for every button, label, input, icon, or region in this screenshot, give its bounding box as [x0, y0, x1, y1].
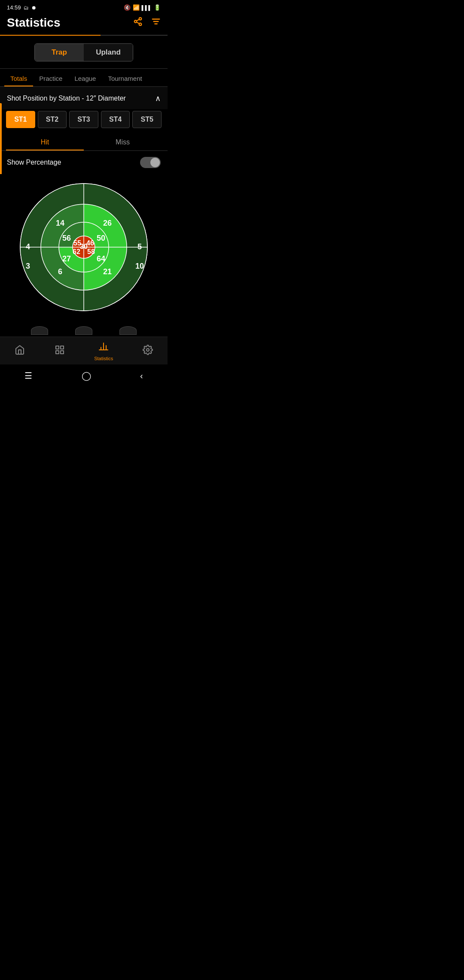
battery-icon: 🔋: [154, 4, 161, 11]
svg-rect-40: [56, 351, 59, 354]
station-tab-st3[interactable]: ST3: [69, 111, 98, 128]
nav-settings[interactable]: [143, 345, 153, 358]
target-diagram-section: 14 26 4 5 56 50 55 46 30 62 58 27 64 3 1…: [0, 174, 168, 323]
toggle-knob: [150, 158, 160, 167]
scroll-hint-item: [75, 326, 92, 335]
settings-icon: [143, 345, 153, 358]
mode-toggle: Trap Upland: [34, 43, 133, 61]
miss-tab[interactable]: Miss: [84, 134, 162, 150]
main-tabs: Totals Practice League Tournament: [0, 69, 168, 87]
recent-apps-btn[interactable]: ☰: [24, 371, 32, 381]
station-tab-st5[interactable]: ST5: [132, 111, 162, 128]
page-title: Statistics: [7, 16, 61, 30]
mute-icon: 🔇: [124, 4, 131, 11]
station-tab-st2[interactable]: ST2: [38, 111, 67, 128]
station-tab-st4[interactable]: ST4: [101, 111, 130, 128]
svg-text:27: 27: [62, 254, 71, 263]
scroll-hint-icons: [0, 323, 168, 337]
time-display: 14:59: [7, 4, 21, 11]
svg-text:5: 5: [137, 242, 142, 251]
svg-text:26: 26: [103, 219, 112, 227]
scroll-hint-item: [119, 326, 137, 335]
svg-text:21: 21: [103, 267, 112, 276]
station-tab-st1[interactable]: ST1: [6, 111, 35, 128]
filter-icon[interactable]: [151, 17, 161, 29]
status-bar: 14:59 🗂 ⏺ 🔇 📶 ▌▌▌ 🔋: [0, 0, 168, 13]
svg-text:3: 3: [26, 262, 30, 270]
home-btn[interactable]: ◯: [82, 371, 91, 381]
upland-toggle-btn[interactable]: Upland: [84, 44, 133, 61]
svg-text:50: 50: [97, 234, 105, 242]
svg-text:6: 6: [58, 267, 62, 276]
notification-icon: ⏺: [31, 5, 37, 11]
tab-totals[interactable]: Totals: [4, 69, 33, 86]
dashboard-icon: [55, 345, 65, 358]
home-icon: [15, 345, 25, 358]
system-nav-bar: ☰ ◯ ‹: [0, 364, 168, 389]
app-header: Statistics: [0, 13, 168, 35]
section-title: Shot Position by Station - 12″ Diameter: [7, 95, 126, 102]
svg-line-4: [137, 19, 139, 21]
nav-home[interactable]: [15, 345, 25, 358]
nav-statistics[interactable]: Statistics: [94, 341, 113, 361]
status-time: 14:59 🗂 ⏺: [7, 4, 37, 11]
trap-toggle-btn[interactable]: Trap: [35, 44, 84, 61]
wifi-icon: 📶: [133, 4, 140, 11]
svg-text:56: 56: [62, 234, 71, 242]
show-percentage-row: Show Percentage: [0, 151, 168, 174]
tab-tournament[interactable]: Tournament: [102, 69, 148, 86]
signal-icon: ▌▌▌: [142, 5, 152, 10]
section-header: Shot Position by Station - 12″ Diameter …: [0, 87, 168, 109]
bottom-navigation: Statistics: [0, 337, 168, 364]
svg-text:30: 30: [80, 243, 88, 250]
back-btn[interactable]: ‹: [140, 371, 143, 381]
show-percentage-label: Show Percentage: [7, 159, 61, 166]
hit-tab[interactable]: Hit: [6, 134, 84, 150]
svg-text:10: 10: [135, 262, 144, 270]
target-diagram: 14 26 4 5 56 50 55 46 30 62 58 27 64 3 1…: [15, 178, 153, 316]
svg-rect-39: [61, 346, 64, 349]
share-icon[interactable]: [133, 17, 143, 29]
svg-rect-41: [61, 351, 64, 354]
svg-point-46: [147, 349, 149, 351]
sim-icon: 🗂: [24, 5, 29, 11]
tab-practice[interactable]: Practice: [33, 69, 68, 86]
scroll-hint-item: [31, 326, 48, 335]
svg-line-3: [137, 22, 139, 24]
svg-text:4: 4: [26, 242, 30, 251]
status-icons: 🔇 📶 ▌▌▌ 🔋: [124, 4, 161, 11]
collapse-chevron-icon[interactable]: ∧: [155, 94, 161, 103]
station-tabs: ST1 ST2 ST3 ST4 ST5: [0, 109, 168, 134]
header-actions: [133, 17, 161, 29]
svg-rect-38: [56, 346, 59, 349]
nav-statistics-label: Statistics: [94, 356, 113, 361]
nav-dashboard[interactable]: [55, 345, 65, 358]
statistics-icon: [98, 341, 109, 354]
svg-text:64: 64: [97, 254, 105, 263]
hit-miss-tabs: Hit Miss: [0, 134, 168, 150]
mode-toggle-section: Trap Upland: [0, 36, 168, 68]
svg-text:58: 58: [87, 248, 95, 255]
svg-text:14: 14: [56, 219, 64, 227]
tab-league[interactable]: League: [68, 69, 102, 86]
svg-text:62: 62: [73, 248, 80, 255]
show-percentage-toggle[interactable]: [140, 157, 161, 168]
